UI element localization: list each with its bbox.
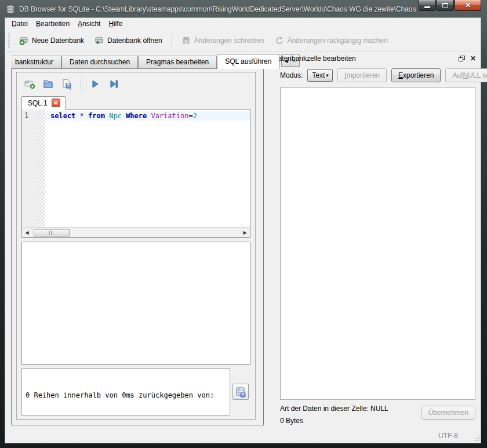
scroll-right-icon: ▶ [243, 230, 246, 235]
open-database-button[interactable]: Datenbank öffnen [89, 33, 168, 48]
dock-float-button[interactable] [457, 54, 466, 63]
maximize-icon [442, 3, 448, 8]
dock-controls: Modus: Text ▼ Importieren Exportieren Au… [268, 64, 481, 86]
sql-editor: 1 select * from Npc Where Variation=2 ◀ [21, 109, 250, 238]
write-changes-button[interactable]: Änderungen schreiben [176, 33, 270, 48]
statusbar: UTF-8 [5, 428, 481, 443]
dock-title: Datenbankzelle bearbeiten [273, 54, 455, 63]
app-window: DB Browser for SQLite - C:\SteamLibrary\… [0, 0, 487, 448]
apply-button[interactable]: Übernehmen [421, 406, 475, 420]
sql-code-line: select * from Npc Where Variation=2 [45, 111, 250, 121]
main-toolbar: Neue Datenbank Datenbank öffnen Änderung… [5, 30, 481, 52]
toolbar-grip[interactable] [8, 33, 10, 48]
line-number: 1 [24, 111, 38, 119]
sql-editor-body[interactable]: 1 select * from Npc Where Variation=2 [22, 110, 250, 227]
results-grid[interactable] [21, 242, 250, 365]
tab-sql-ausfuehren[interactable]: SQL ausführen [217, 54, 279, 69]
tab-daten-durchsuchen[interactable]: Daten durchsuchen [61, 56, 138, 68]
revert-changes-button[interactable]: Änderungen rückgängig machen [269, 33, 392, 48]
results-message-line1: 0 Reihen innerhalb von 0ms zurückgegeben… [26, 391, 226, 400]
client-area: Datei Bearbeiten Ansicht Hilfe Neue Date… [5, 17, 481, 443]
results-message-row: 0 Reihen innerhalb von 0ms zurückgegeben… [21, 368, 250, 416]
export-results-button[interactable] [232, 384, 249, 400]
encoding-label: UTF-8 [438, 432, 458, 440]
close-button[interactable]: ✕ [455, 0, 481, 11]
scroll-left-icon: ◀ [25, 230, 28, 235]
dock-close-button[interactable]: ✕ [468, 54, 478, 63]
menu-ansicht[interactable]: Ansicht [74, 17, 104, 30]
scroll-right-button[interactable]: ▶ [240, 228, 250, 237]
mode-combobox[interactable]: Text ▼ [307, 69, 333, 82]
results-message: 0 Reihen innerhalb von 0ms zurückgegeben… [21, 368, 230, 416]
fold-margin [38, 110, 45, 227]
close-icon: ✕ [465, 1, 471, 9]
main-area: bankstruktur Daten durchsuchen Pragmas b… [5, 52, 481, 428]
new-database-icon [19, 36, 28, 45]
menu-hilfe[interactable]: Hilfe [104, 17, 126, 30]
thumb-grip-icon [49, 231, 54, 235]
new-sql-tab-icon[interactable] [24, 78, 35, 90]
execute-sql-icon[interactable] [89, 78, 101, 90]
import-button[interactable]: Importieren [337, 68, 387, 82]
export-button[interactable]: Exportieren [391, 68, 441, 82]
sql-editor-tabbar: SQL 1 ✕ [21, 96, 250, 109]
menu-datei[interactable]: Datei [8, 17, 32, 30]
sql-editor-tab[interactable]: SQL 1 ✕ [21, 96, 66, 110]
revert-changes-icon [274, 36, 284, 45]
mode-value: Text [312, 71, 325, 79]
dock-header: Datenbankzelle bearbeiten ✕ [268, 52, 481, 64]
resize-grip[interactable] [473, 435, 479, 442]
mode-label: Modus: [280, 71, 303, 79]
execute-current-line-icon[interactable] [108, 78, 119, 90]
line-number-gutter: 1 [22, 110, 38, 227]
open-sql-file-icon[interactable] [42, 78, 54, 90]
sql-frame: SQL 1 ✕ 1 [16, 72, 256, 420]
open-database-icon [95, 36, 104, 45]
chevron-down-icon: ▼ [325, 73, 329, 78]
main-tabbar: bankstruktur Daten durchsuchen Pragmas b… [11, 53, 264, 68]
tab-widget: bankstruktur Daten durchsuchen Pragmas b… [5, 52, 264, 428]
close-tab-icon: ✕ [53, 100, 58, 106]
tab-datenbankstruktur[interactable]: bankstruktur [11, 56, 61, 68]
sql-code-area[interactable]: select * from Npc Where Variation=2 [45, 110, 250, 227]
float-window-icon [459, 56, 465, 62]
cell-editor-textarea[interactable] [280, 87, 475, 400]
edit-cell-dock: Datenbankzelle bearbeiten ✕ Modus: Text … [268, 52, 481, 428]
new-database-button[interactable]: Neue Datenbank [14, 33, 89, 48]
cell-size-info: 0 Bytes [280, 417, 421, 425]
write-changes-icon [181, 36, 191, 45]
scrollbar-thumb[interactable] [34, 229, 70, 236]
set-null-button[interactable]: Auf NULL setzen [445, 68, 487, 82]
maximize-button[interactable] [437, 0, 454, 11]
dock-footer: Art der Daten in dieser Zelle: NULL 0 By… [268, 400, 481, 428]
titlebar: DB Browser for SQLite - C:\SteamLibrary\… [0, 0, 487, 17]
menubar: Datei Bearbeiten Ansicht Hilfe [5, 17, 481, 30]
cell-type-info: Art der Daten in dieser Zelle: NULL [280, 405, 421, 413]
tab-pragmas-bearbeiten[interactable]: Pragmas bearbeiten [138, 56, 217, 68]
horizontal-scrollbar: ◀ ▶ [22, 227, 250, 237]
close-sql-tab-button[interactable]: ✕ [52, 99, 60, 107]
app-icon [6, 5, 15, 14]
toolbar-separator [172, 34, 172, 48]
scroll-left-button[interactable]: ◀ [22, 228, 32, 237]
export-results-icon [235, 386, 246, 398]
sql-toolbar [21, 75, 250, 93]
menu-bearbeiten[interactable]: Bearbeiten [32, 17, 74, 30]
sql-tab-page: SQL 1 ✕ 1 [11, 68, 264, 425]
minimize-button[interactable] [419, 0, 436, 11]
dock-close-icon: ✕ [470, 54, 476, 63]
window-title: DB Browser for SQLite - C:\SteamLibrary\… [19, 5, 418, 13]
minimize-icon [424, 6, 430, 8]
save-sql-file-icon[interactable] [61, 78, 72, 90]
sql-toolbar-separator [81, 78, 81, 90]
